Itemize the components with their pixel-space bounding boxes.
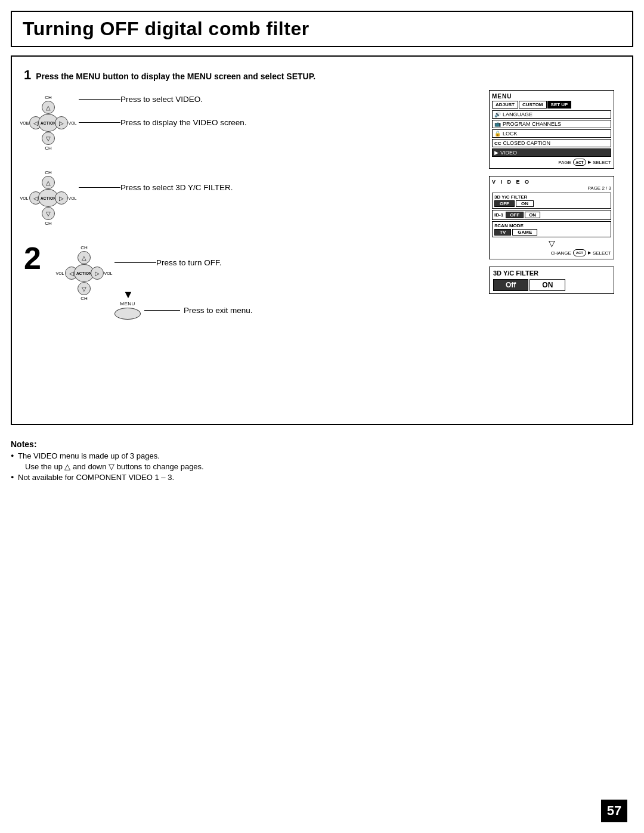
prog-icon: 📺 [494, 121, 501, 127]
video-change-label: CHANGE [551, 250, 571, 256]
main-content-box: 1 Press the MENU button to display the M… [11, 55, 633, 425]
instruction2-text: Press to display the VIDEO screen. [120, 118, 247, 127]
video-id1-label: ID-1 [494, 212, 503, 218]
video-scan-options: TV GAME [494, 229, 609, 236]
line2 [79, 122, 120, 123]
video-3dyc-options: OFF ON [494, 200, 609, 207]
menu-exit-row: MENU Press to exit menu. [114, 301, 253, 320]
remote3-vol-l: VOL [56, 271, 64, 275]
menu-tab-adjust[interactable]: ADJUST [492, 101, 518, 109]
instruction1-text: Press to select VIDEO. [120, 95, 203, 104]
remote1-vol-l: VOL [20, 121, 29, 125]
remote1-ch-top-label: CH [45, 95, 52, 100]
remote2-right-wrap: ▷ VOL [55, 191, 77, 205]
cc-icon: CC [494, 141, 501, 146]
step1-number: 1 [24, 67, 31, 83]
step2-instr2-text: Press to exit menu. [184, 306, 253, 315]
step1-intro-text: Press the MENU button to display the MEN… [36, 72, 315, 81]
remote2-ch-bot: CH [45, 221, 52, 226]
video-row-scan: SCAN MODE TV GAME [492, 221, 611, 237]
menu-tab-setup[interactable]: SET UP [547, 101, 572, 109]
remote1-vol-r: VOL [69, 121, 77, 125]
menu-tab-custom[interactable]: CUSTOM [519, 101, 547, 109]
remote2-up[interactable]: △ [42, 176, 55, 189]
remote1-down-arrow[interactable]: ▽ [42, 132, 55, 145]
menu-item-lock: 🔒 LOCK [492, 129, 611, 138]
remote3-cluster-wrap: CH △ VOL ◁ ACTION ▷ VOL ▽ [60, 245, 109, 301]
remote2-vol-r: VOL [69, 196, 77, 200]
remote1-right-arrow[interactable]: ▷ [55, 116, 68, 129]
menu-item-language: 🔊 LANGUAGE [492, 110, 611, 119]
remote3-right[interactable]: ▷ [91, 267, 104, 280]
instruction3-row: Press to select 3D Y/C FILTER. [79, 165, 233, 192]
filter-title: 3D Y/C FILTER [493, 270, 610, 277]
remote3-vol-r: VOL [104, 271, 113, 275]
instructions-1-2: Press to select VIDEO. Press to display … [79, 90, 247, 127]
line5 [144, 310, 180, 311]
video-id1-options: OFF ON [506, 212, 540, 218]
menu-item-closed-caption: CC CLOSED CAPTION [492, 139, 611, 147]
remote3-grid: △ VOL ◁ ACTION ▷ VOL ▽ [60, 251, 109, 295]
menu-diagram: MENU ADJUST CUSTOM SET UP 🔊 LANGUAGE 📺 P… [489, 90, 614, 169]
remote3-ch-top: CH [80, 245, 88, 250]
step2-instr1-text: Press to turn OFF. [156, 258, 222, 267]
line1 [79, 99, 120, 100]
right-column: MENU ADJUST CUSTOM SET UP 🔊 LANGUAGE 📺 P… [489, 90, 620, 320]
video-scan-tv[interactable]: TV [494, 229, 511, 236]
filter-box: 3D Y/C FILTER Off ON [489, 267, 614, 294]
menu-exit-block: ▼ MENU Press to exit menu. [114, 289, 253, 320]
remote2-ch-top: CH [45, 170, 52, 175]
remote2-right[interactable]: ▷ [55, 191, 68, 205]
lock-icon: 🔒 [494, 131, 501, 137]
notes-list: The VIDEO menu is made up of 3 pages. Us… [11, 451, 633, 482]
down-arrow-icon: ▼ [123, 289, 134, 301]
video-scan-game[interactable]: GAME [512, 229, 537, 236]
remote1-block: CH △ VOL VOL ◁ ACTION ▷ VOL ▽ [24, 90, 483, 151]
remote1-grid: △ VOL VOL ◁ ACTION ▷ VOL ▽ [24, 101, 73, 145]
menu-select-label: SELECT [593, 160, 611, 165]
menu-btn-label: MENU [120, 301, 135, 306]
line3 [79, 187, 120, 188]
menu-action-btn[interactable]: ACT [573, 159, 586, 166]
remote3-up[interactable]: △ [78, 251, 91, 264]
instruction1-row: Press to select VIDEO. [79, 95, 247, 104]
menu-tabs-row: ADJUST CUSTOM SET UP [492, 101, 611, 109]
line4 [114, 262, 156, 263]
menu-bottom-bar: PAGE ACT ▶ SELECT [492, 159, 611, 166]
lang-icon: 🔊 [494, 112, 501, 117]
video-icon: ▶ [494, 150, 499, 156]
video-id1-off[interactable]: OFF [506, 212, 524, 218]
remote3-down[interactable]: ▽ [78, 282, 91, 295]
remote2-cluster-wrap: CH △ VOL ◁ ACTION ▷ VOL ▽ [24, 170, 73, 226]
video-3dyc-on[interactable]: ON [516, 200, 534, 207]
video-id1-on[interactable]: ON [525, 212, 540, 218]
remote3-ch-bot: CH [80, 296, 88, 301]
video-diagram-title: V I D E O [492, 179, 611, 185]
step2-instructions-col: Press to turn OFF. ▼ MENU Press to exit … [114, 243, 253, 320]
video-bottom-bar: CHANGE ACT ▶ SELECT [492, 249, 611, 256]
remote1-up-arrow[interactable]: △ [42, 101, 55, 114]
note-item-1: The VIDEO menu is made up of 3 pages. [11, 451, 633, 460]
menu-diagram-title: MENU [492, 93, 611, 100]
video-select-label: SELECT [593, 250, 611, 256]
filter-opt-off[interactable]: Off [493, 279, 528, 291]
page-title: Turning OFF digital comb filter [23, 18, 621, 40]
video-action-btn[interactable]: ACT [573, 249, 586, 256]
video-3dyc-label: 3D Y/C FILTER [494, 194, 609, 200]
remote2-vol-l: VOL [20, 196, 29, 200]
remote1-right-arrow-wrap: ▷ VOL [55, 116, 77, 129]
menu-button[interactable] [114, 308, 141, 320]
video-page-label: PAGE 2 / 3 [492, 185, 611, 191]
video-arrow-right: ▶ [588, 250, 591, 255]
remote2-down[interactable]: ▽ [42, 207, 55, 220]
notes-title: Notes: [11, 439, 633, 449]
remote2-block: CH △ VOL ◁ ACTION ▷ VOL ▽ [24, 165, 483, 226]
video-3dyc-off[interactable]: OFF [494, 200, 515, 207]
filter-opt-on[interactable]: ON [530, 279, 565, 291]
instruction3-text: Press to select 3D Y/C FILTER. [120, 183, 233, 192]
page-number: 57 [601, 800, 627, 822]
step2-block: 2 CH △ VOL ◁ ACTION ▷ VOL [24, 243, 483, 320]
remote1-ch-bot-label: CH [45, 145, 52, 151]
video-row-3dyc: 3D Y/C FILTER OFF ON [492, 193, 611, 209]
filter-options: Off ON [493, 279, 610, 291]
